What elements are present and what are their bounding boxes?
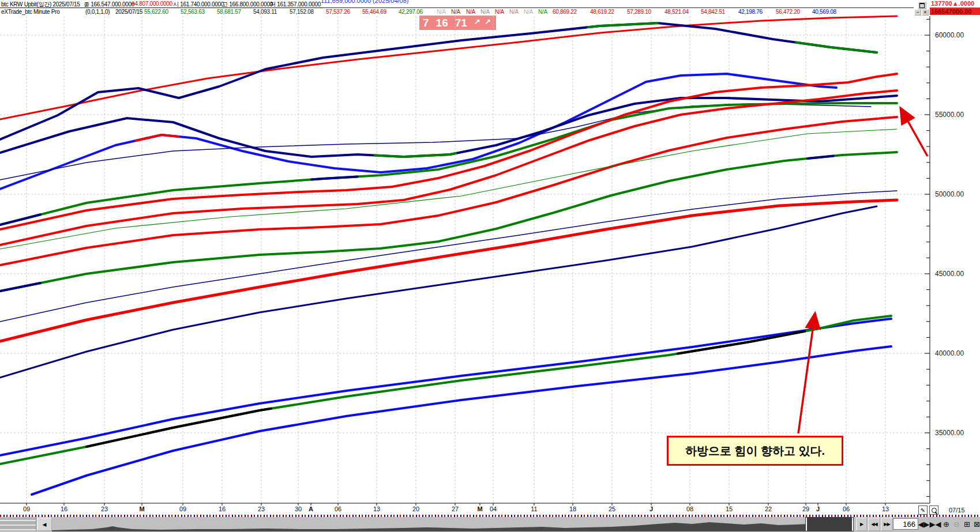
- x-axis-label: 25: [609, 505, 615, 512]
- restore-icon: [919, 3, 925, 8]
- indicator-value: 57,152.08: [290, 9, 314, 15]
- zoom-out-icon[interactable]: ⊖: [952, 519, 962, 530]
- series-ma-navy-2: [0, 96, 897, 157]
- signal-badge[interactable]: 7 16 71 ↗ ↗: [419, 16, 496, 30]
- indicator-value: 55,622.60: [144, 9, 168, 15]
- x-axis-label: 18: [569, 505, 576, 512]
- trading-chart-window: btc KRW Upbit(일간) 2025/07/15종 166.547.00…: [0, 0, 980, 532]
- indicator-value: 57,537.26: [326, 9, 350, 15]
- series-ma-navy-top-segment: [588, 23, 658, 27]
- draw-tool-button[interactable]: ✎: [918, 505, 928, 515]
- x-axis-label: M: [477, 505, 482, 512]
- indicator-value: 40,569.08: [812, 9, 836, 15]
- close-window-button[interactable]: ×: [922, 9, 929, 16]
- x-axis-label: 15: [726, 505, 733, 512]
- x-axis-label: J: [649, 505, 653, 512]
- visible-bars-input[interactable]: [893, 518, 918, 530]
- indicator-value: 56,472.20: [776, 9, 800, 15]
- trend-arrow[interactable]: [900, 108, 928, 156]
- x-axis-label: 16: [219, 505, 226, 512]
- x-axis-label: 23: [101, 505, 108, 512]
- indicator-value: 54,093.11: [253, 9, 277, 15]
- y-axis-label: 45000.00: [935, 270, 964, 278]
- go-to-end-icon[interactable]: ▶◀: [930, 519, 940, 530]
- restore-window-button[interactable]: [918, 2, 926, 9]
- step-right-button[interactable]: ▶: [856, 518, 867, 531]
- series-ma-blue-bottom-1: [0, 319, 891, 455]
- y-axis-label: 35000.00: [935, 429, 964, 437]
- series-ma-blue-bottom-2: [32, 346, 891, 495]
- series-ma-navy-low: [0, 206, 877, 378]
- indicator-value: N/A: [451, 9, 460, 15]
- signal-value-1: 7: [423, 17, 429, 28]
- series-ma-red-top: [0, 16, 897, 119]
- x-axis-label: 06: [843, 505, 850, 512]
- expand-range-icon[interactable]: ◀▶: [919, 519, 929, 530]
- zoom-in-icon[interactable]: ⊕: [941, 519, 951, 530]
- series-ma-green-mid-segment: [311, 176, 358, 179]
- scrollbar-thumb[interactable]: [805, 517, 854, 531]
- zoom-tool-button[interactable]: [929, 505, 938, 515]
- y-axis-label: 60000.00: [935, 31, 964, 39]
- indicator-value: 48,619.22: [590, 9, 614, 15]
- indicator-value: N/A: [480, 9, 490, 15]
- series-ma-navy-thin: [0, 104, 871, 180]
- series-ma-green-low-segment: [808, 156, 833, 159]
- thumb-left-edge: [806, 518, 807, 531]
- x-axis-label: 30: [295, 505, 302, 512]
- pencil-icon: ✎: [921, 507, 925, 514]
- series-ma-green-black-segment: [678, 331, 805, 354]
- signal-value-3: 71: [455, 17, 467, 28]
- x-axis-label: 29: [802, 505, 809, 512]
- indicator-value: 58,681.57: [217, 9, 241, 15]
- signal-value-2: 16: [436, 17, 448, 28]
- series-ma-red-1: [0, 74, 897, 229]
- series-ma-green-black-segment: [87, 409, 271, 447]
- series-ma-green-low-segment: [0, 283, 40, 291]
- x-axis-label: 11: [531, 505, 537, 512]
- series-ma-blue-upper: [0, 74, 836, 189]
- up-arrows-icon: ↗ ↗: [474, 17, 492, 26]
- indicator-value: (0,0,1,1,0): [85, 9, 110, 15]
- x-axis-label: 08: [686, 505, 693, 512]
- indicator-value: N/A: [437, 9, 446, 15]
- series-ma-green-mid: [0, 103, 897, 225]
- indicator-value: N/A: [538, 9, 547, 15]
- bottom-scrollbar-toolbar: ◀ ▶◀◀▶▶◀▶▶◀⊕⊖⊞⊠: [0, 517, 980, 532]
- indicator-value: 55,464.69: [362, 9, 386, 15]
- thumb-right-edge: [852, 518, 853, 531]
- series-ma-red-main: [0, 200, 897, 341]
- header-divider: [0, 7, 914, 8]
- fit-chart-icon[interactable]: ⊞: [962, 519, 972, 530]
- trend-arrow[interactable]: [798, 313, 815, 433]
- series-ma-blue-upper-segment: [136, 135, 179, 141]
- indicator-value: 42,297.06: [399, 9, 423, 15]
- x-axis-label: 09: [179, 505, 186, 512]
- x-axis-label: 04: [490, 505, 497, 512]
- indicator-value: 2025/07/15: [115, 9, 142, 15]
- current-price-box: 166547000.00: [930, 7, 980, 15]
- indicator-value: N/A: [466, 9, 475, 15]
- series-ma-navy-top: [0, 23, 877, 139]
- last-date-label: 07/15: [949, 507, 965, 514]
- fast-right-button[interactable]: ▶▶: [881, 518, 893, 531]
- x-axis-label: 22: [765, 505, 772, 512]
- indicator-value: eXTrade_btc Minute Pro: [1, 9, 59, 15]
- minimize-window-button[interactable]: −: [914, 9, 921, 16]
- x-axis-label: J: [816, 505, 820, 512]
- y-axis-label: 40000.00: [935, 349, 964, 357]
- indicator-value: 54,842.51: [701, 9, 725, 15]
- series-ma-green-thin: [0, 129, 897, 249]
- x-axis-label: 09: [23, 505, 30, 512]
- y-axis-label: 50000.00: [935, 190, 964, 198]
- fast-left-button[interactable]: ◀◀: [868, 518, 880, 531]
- indicator-value: N/A: [509, 9, 519, 15]
- series-ma-red-2: [0, 90, 897, 245]
- annotation-label[interactable]: 하방으로 힘이 향하고 있다.: [667, 436, 843, 466]
- series-ma-green-mid-segment: [0, 214, 40, 225]
- indicator-value: 57,289.10: [627, 9, 651, 15]
- x-axis-label: 20: [412, 505, 419, 512]
- close-view-icon[interactable]: ⊠: [972, 519, 980, 530]
- volume-profile: [52, 522, 854, 531]
- series-ma-green-low: [0, 152, 897, 291]
